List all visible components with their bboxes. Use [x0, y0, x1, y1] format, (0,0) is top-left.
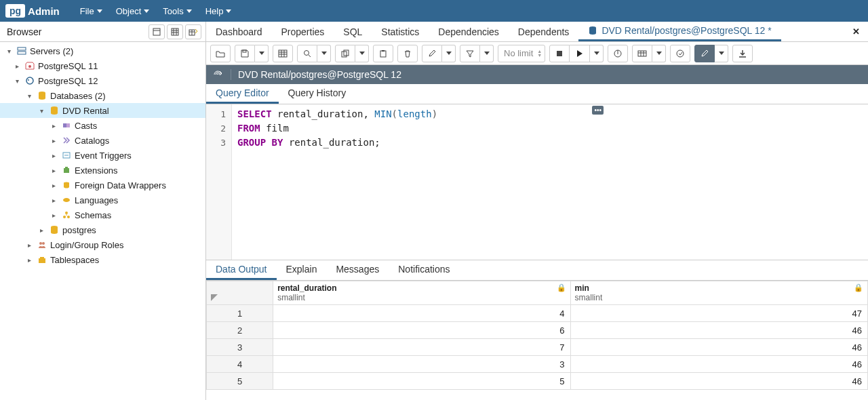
tab-dependencies[interactable]: Dependencies: [429, 22, 509, 41]
edit-grid-button[interactable]: [273, 45, 293, 62]
table-row[interactable]: 2646: [207, 322, 868, 339]
lock-icon: 🔒: [854, 283, 863, 292]
scratchpad-toggle[interactable]: •••: [592, 106, 604, 115]
server-icon: [24, 60, 35, 71]
col: rental_duration;: [289, 137, 380, 148]
table-row[interactable]: 1447: [207, 305, 868, 322]
code-area[interactable]: SELECT rental_duration, MIN(length) FROM…: [232, 104, 868, 260]
database-icon: [588, 26, 597, 35]
edit-button[interactable]: [422, 45, 442, 62]
rtab-messages[interactable]: Messages: [326, 260, 389, 280]
commit-button[interactable]: [670, 45, 690, 62]
browser-btn-2[interactable]: [167, 24, 183, 39]
subtab-query-editor[interactable]: Query Editor: [206, 84, 279, 104]
tree-fdw[interactable]: ▸Foreign Data Wrappers: [0, 178, 205, 193]
gutter: 1 2 3: [206, 104, 232, 260]
col-type: smallint: [277, 293, 566, 302]
limit-label: No limit: [504, 48, 533, 58]
execute-dropdown[interactable]: [590, 45, 604, 62]
copy-button[interactable]: [335, 45, 355, 62]
macro-button[interactable]: [694, 45, 715, 62]
browser-header: Browser: [0, 22, 205, 42]
tree-roles[interactable]: ▸Login/Group Roles: [0, 237, 205, 252]
rownum-header[interactable]: [207, 281, 273, 305]
tree-extensions[interactable]: ▸Extensions: [0, 163, 205, 178]
tree-pg11[interactable]: ▸PostgreSQL 11: [0, 58, 205, 73]
menu-tools[interactable]: Tools: [156, 2, 198, 20]
table-row[interactable]: 4346: [207, 356, 868, 373]
tree: ▾Servers (2) ▸PostgreSQL 11 ▾PostgreSQL …: [0, 42, 205, 400]
explain-dropdown[interactable]: [652, 45, 666, 62]
table-row[interactable]: 3746: [207, 339, 868, 356]
filter-dropdown[interactable]: [480, 45, 494, 62]
kw-from: FROM: [237, 123, 260, 134]
tree-dvd-rental[interactable]: ▾DVD Rental: [0, 103, 205, 118]
rownum: 2: [207, 322, 273, 339]
browser-btn-1[interactable]: [149, 24, 165, 39]
cell: 47: [570, 305, 867, 322]
query-editor[interactable]: 1 2 3 SELECT rental_duration, MIN(length…: [206, 104, 868, 260]
subtab-query-history[interactable]: Query History: [279, 84, 356, 104]
svg-rect-13: [64, 168, 69, 173]
expand-icon: ▸: [49, 137, 58, 144]
connection-icon[interactable]: [212, 68, 224, 81]
tab-properties[interactable]: Properties: [272, 22, 334, 41]
menu-object[interactable]: Object: [109, 2, 157, 20]
connection-text: DVD Rental/postgres@PostgreSQL 12: [231, 69, 401, 80]
tree-pg12[interactable]: ▾PostgreSQL 12: [0, 73, 205, 88]
tree-label: Languages: [75, 195, 118, 205]
paste-button[interactable]: [373, 45, 393, 62]
collapse-icon: ▾: [24, 92, 34, 100]
tab-dependents[interactable]: Dependents: [509, 22, 579, 41]
tree-schemas[interactable]: ▸Schemas: [0, 207, 205, 222]
edit-dropdown[interactable]: [442, 45, 456, 62]
execute-button[interactable]: [570, 45, 590, 62]
tree-event-triggers[interactable]: ▸Event Triggers: [0, 148, 205, 163]
tree-label: PostgreSQL 11: [38, 61, 98, 71]
expand-icon: ▸: [49, 167, 58, 174]
limit-select[interactable]: No limit▲▼: [498, 45, 545, 62]
menu-file[interactable]: File: [73, 2, 109, 20]
tree-postgres-db[interactable]: ▸postgres: [0, 222, 205, 237]
col-header-rental-duration[interactable]: 🔒rental_durationsmallint: [273, 281, 570, 305]
open-file-button[interactable]: [210, 45, 231, 62]
tab-statistics[interactable]: Statistics: [372, 22, 429, 41]
tree-catalogs[interactable]: ▸Catalogs: [0, 133, 205, 148]
explain-analyze-button[interactable]: [632, 45, 652, 62]
menu-help[interactable]: Help: [199, 2, 239, 20]
tab-query[interactable]: DVD Rental/postgres@PostgreSQL 12 *: [578, 22, 781, 41]
save-button[interactable]: [235, 45, 255, 62]
browser-btn-3[interactable]: [185, 24, 201, 39]
col-header-min[interactable]: 🔒minsmallint: [570, 281, 867, 305]
tree-servers[interactable]: ▾Servers (2): [0, 43, 205, 58]
rtab-data-output[interactable]: Data Output: [206, 260, 277, 280]
explain-button[interactable]: [608, 45, 628, 62]
tab-dashboard[interactable]: Dashboard: [206, 22, 272, 41]
tree-tablespaces[interactable]: ▸Tablespaces: [0, 252, 205, 267]
download-button[interactable]: [732, 45, 753, 62]
stop-button[interactable]: [549, 45, 570, 62]
copy-dropdown[interactable]: [355, 45, 369, 62]
tab-sql[interactable]: SQL: [334, 22, 372, 41]
filter-button[interactable]: [460, 45, 480, 62]
rtab-notifications[interactable]: Notifications: [389, 260, 459, 280]
table-row[interactable]: 5546: [207, 373, 868, 390]
find-button[interactable]: [297, 45, 317, 62]
expand-icon: ▸: [12, 62, 22, 70]
tree-databases[interactable]: ▾Databases (2): [0, 88, 205, 103]
svg-point-7: [28, 79, 29, 81]
macro-dropdown[interactable]: [715, 45, 728, 62]
chevron-down-icon: [484, 52, 490, 55]
fn-min: MIN: [374, 108, 391, 119]
save-dropdown[interactable]: [255, 45, 269, 62]
rtab-explain[interactable]: Explain: [277, 260, 327, 280]
tree-languages[interactable]: ▸Languages: [0, 193, 205, 207]
find-dropdown[interactable]: [317, 45, 331, 62]
expand-icon: ▸: [24, 256, 34, 264]
menu-file-label: File: [80, 6, 94, 16]
delete-button[interactable]: [397, 45, 418, 62]
tabs: Dashboard Properties SQL Statistics Depe…: [206, 22, 868, 42]
tree-casts[interactable]: ▸Casts: [0, 118, 205, 133]
line-number: 3: [206, 136, 226, 150]
tab-close-button[interactable]: ✕: [844, 22, 868, 41]
